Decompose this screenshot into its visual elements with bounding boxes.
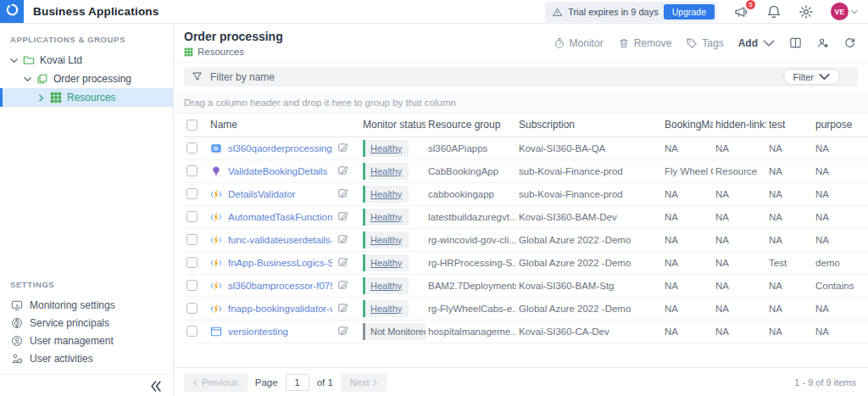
page-number-input[interactable] (286, 374, 309, 391)
monitor-status-badge[interactable]: Healthy (363, 254, 409, 271)
edit-icon[interactable] (337, 165, 349, 176)
edit-icon[interactable] (337, 187, 349, 199)
tree-item-kovai-ltd[interactable]: Kovai Ltd (0, 51, 173, 70)
notifications-button[interactable] (766, 4, 782, 20)
settings-button[interactable] (798, 4, 814, 20)
monitor-status-badge[interactable]: Healthy (363, 277, 409, 294)
column-header-hidden[interactable]: hidden-link:/ (713, 114, 766, 137)
user-menu[interactable]: VE (831, 3, 858, 20)
cell-hidden-link: Resource (713, 159, 766, 182)
edit-icon[interactable] (337, 210, 349, 222)
app-logo[interactable] (0, 0, 24, 23)
edit-icon[interactable] (337, 233, 349, 245)
monitor-button[interactable]: Monitor (554, 37, 604, 49)
next-page-button[interactable]: Next (341, 373, 387, 392)
column-header-name[interactable]: Name (208, 114, 335, 137)
person-dot-icon (816, 36, 829, 49)
app-group-icon (36, 73, 48, 85)
cell-purpose: NA (813, 228, 868, 251)
bulb-icon (210, 165, 222, 177)
row-checkbox[interactable] (186, 211, 198, 222)
cell-subscription: Kovai-SI360-BAM-Dev (516, 205, 662, 228)
row-checkbox[interactable] (186, 234, 198, 245)
edit-icon[interactable] (337, 302, 349, 314)
edit-icon[interactable] (337, 279, 349, 291)
edit-icon[interactable] (337, 256, 349, 268)
toolbar: Monitor Remove Tags Add (554, 36, 856, 49)
cell-subscription: Kovai-SI360-BA-QA (516, 137, 662, 159)
filter-dropdown-button[interactable]: Filter (783, 69, 840, 85)
upgrade-button[interactable]: Upgrade (664, 4, 715, 20)
resource-name-link[interactable]: fnApp-BusinessLogics-SI (228, 258, 332, 268)
row-checkbox[interactable] (186, 142, 198, 153)
cell-purpose: NA (813, 205, 868, 228)
resource-name-link[interactable]: fnapp-bookingvalidator-we... (228, 304, 332, 314)
cell-resource-group: rg-FlyWheelCabs-e... (426, 297, 516, 320)
sidebar-item-user-activities[interactable]: User activities (0, 349, 173, 367)
select-all-checkbox[interactable] (186, 120, 198, 131)
row-checkbox[interactable] (186, 165, 198, 176)
resource-name-link[interactable]: sl360bamprocessor-f07564... (228, 281, 332, 291)
cell-hidden-link: NA (713, 320, 766, 343)
resource-name-link[interactable]: func-validateuserdetails-w... (228, 235, 332, 245)
group-by-drop-zone[interactable]: Drag a column header and drop it here to… (174, 92, 868, 114)
column-chooser-button[interactable] (789, 36, 802, 49)
column-header-purpose[interactable]: purpose (813, 114, 868, 137)
monitor-status-badge[interactable]: Not Monitored (363, 323, 426, 340)
tree-item-resources[interactable]: Resources (0, 88, 173, 107)
column-header-sub[interactable]: Subscription (516, 114, 662, 137)
cell-resource-group: sl360APiapps (426, 137, 516, 159)
monitor-status-badge[interactable]: Healthy (363, 300, 409, 317)
row-checkbox[interactable] (186, 280, 198, 291)
tags-button[interactable]: Tags (686, 37, 723, 49)
row-checkbox[interactable] (186, 257, 198, 268)
page-label: Page (255, 377, 278, 388)
cell-bookingman: NA (662, 320, 713, 343)
cell-hidden-link: NA (713, 274, 766, 297)
tree-item-order-processing[interactable]: Order processing (0, 70, 173, 88)
sidebar-item-monitoring-settings[interactable]: Monitoring settings (0, 296, 173, 314)
cell-purpose: NA (813, 137, 868, 159)
cell-test: Test (766, 251, 813, 274)
monitor-status-badge[interactable]: Healthy (363, 186, 409, 203)
filter-bar[interactable]: Filter by name Filter (184, 67, 858, 86)
remove-button[interactable]: Remove (618, 37, 672, 49)
settings-nav: Monitoring settingsService principalsUse… (0, 296, 173, 367)
sidebar-item-service-principals[interactable]: Service principals (0, 314, 173, 332)
trial-banner: Trial expires in 9 days Upgrade (545, 2, 717, 22)
sidebar-item-user-management[interactable]: User management (0, 332, 173, 349)
edit-icon[interactable] (337, 142, 349, 153)
row-checkbox[interactable] (186, 188, 198, 199)
cell-bookingman: NA (662, 228, 713, 251)
row-checkbox[interactable] (186, 326, 198, 337)
function-icon (210, 211, 222, 223)
add-button[interactable]: Add (738, 37, 775, 49)
function-icon (210, 188, 222, 200)
cell-bookingman: NA (662, 205, 713, 228)
refresh-button[interactable] (843, 36, 856, 49)
table-row: fnapp-bookingvalidator-we...Healthyrg-Fl… (184, 297, 868, 320)
resource-name-link[interactable]: DetailsValidator (228, 189, 296, 199)
resources-table: NameMonitor statusResource groupSubscrip… (184, 114, 868, 343)
resource-name-link[interactable]: AutomatedTaskFunction (228, 212, 332, 222)
resource-name-link[interactable]: versiontesting (228, 326, 288, 337)
filter-input-placeholder: Filter by name (210, 71, 275, 83)
table-row: func-validateuserdetails-w...Healthyrg-w… (184, 228, 868, 251)
monitor-status-badge[interactable]: Healthy (363, 209, 409, 226)
column-header-booking[interactable]: BookingManc (662, 114, 713, 137)
resource-name-link[interactable]: ValidateBookingDetails (228, 166, 327, 176)
resource-name-link[interactable]: sl360qaorderprocessing (228, 143, 332, 153)
edit-icon[interactable] (337, 325, 349, 337)
collapse-sidebar-button[interactable] (150, 380, 161, 391)
monitor-status-badge[interactable]: Healthy (363, 231, 409, 248)
previous-page-button[interactable]: Previous (184, 373, 248, 392)
user-activities-icon (11, 353, 23, 365)
monitor-status-badge[interactable]: Healthy (363, 140, 409, 157)
column-header-rg[interactable]: Resource group (426, 114, 516, 137)
column-header-status[interactable]: Monitor status (360, 114, 426, 137)
announcements-button[interactable]: 5 (734, 4, 749, 20)
assign-user-button[interactable] (816, 36, 829, 49)
column-header-test[interactable]: test (766, 114, 813, 137)
monitor-status-badge[interactable]: Healthy (363, 163, 409, 180)
row-checkbox[interactable] (186, 303, 198, 314)
